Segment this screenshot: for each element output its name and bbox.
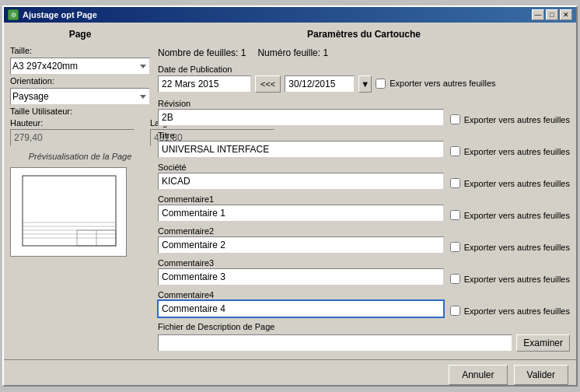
commentaire1-export-col: Exporter vers autres feuilles xyxy=(450,210,570,220)
commentaire3-export-label: Exporter vers autres feuilles xyxy=(464,275,570,284)
revision-export-label: Exporter vers autres feuilles xyxy=(464,115,570,124)
fichier-label: Fichier de Description de Page xyxy=(158,322,570,331)
commentaire2-row: Commentaire2 Exporter vers autres feuill… xyxy=(158,226,570,254)
commentaire4-label: Commentaire4 xyxy=(158,290,444,299)
orientation-group: Orientation: Paysage xyxy=(10,76,150,105)
date-input[interactable] xyxy=(158,75,251,93)
date-publication-group: Date de Publication <<< ▼ Exporter vers … xyxy=(158,65,570,94)
titre-row: Titre Exporter vers autres feuilles xyxy=(158,131,570,158)
titre-export-label: Exporter vers autres feuilles xyxy=(464,147,570,156)
societe-label: Société xyxy=(158,163,444,172)
titre-input[interactable] xyxy=(158,141,444,158)
date-input2[interactable] xyxy=(285,75,355,93)
commentaire2-col: Commentaire2 xyxy=(158,226,444,254)
date-export-label: Exporter vers autres feuilles xyxy=(390,79,495,88)
commentaire1-label: Commentaire1 xyxy=(158,194,444,204)
fichier-input[interactable] xyxy=(158,334,512,352)
commentaire4-export-label: Exporter vers autres feuilles xyxy=(464,306,570,316)
commentaire3-col: Commentaire3 xyxy=(158,258,444,285)
hauteur-group: Hauteur: xyxy=(10,118,135,146)
titlebar-left: ⚙ Ajustage opt Page xyxy=(8,9,97,20)
right-panel-header: Paramètres du Cartouche xyxy=(158,29,570,40)
societe-col: Société xyxy=(158,163,444,190)
revision-row: Révision Exporter vers autres feuilles xyxy=(158,99,570,126)
revision-input[interactable] xyxy=(158,109,444,126)
file-row: Examiner xyxy=(158,334,570,352)
window-icon: ⚙ xyxy=(8,9,19,20)
date-export-checkbox[interactable] xyxy=(376,79,386,89)
taille-select[interactable]: A3 297x420mm xyxy=(10,58,150,75)
commentaire3-export-checkbox[interactable] xyxy=(450,274,460,284)
commentaire4-export-col: Exporter vers autres feuilles xyxy=(450,306,570,316)
titre-export-checkbox[interactable] xyxy=(450,146,460,156)
preview-label: Prévisualisation de la Page xyxy=(10,152,150,161)
societe-export-label: Exporter vers autres feuilles xyxy=(464,179,570,188)
content-area: Page Taille: A3 297x420mm Orientation: P… xyxy=(4,23,576,359)
societe-export-checkbox[interactable] xyxy=(450,178,460,188)
societe-input[interactable] xyxy=(158,173,444,190)
orientation-label: Orientation: xyxy=(10,76,150,86)
commentaire3-label: Commentaire3 xyxy=(158,258,444,268)
revision-label: Révision xyxy=(158,99,444,108)
commentaire2-label: Commentaire2 xyxy=(158,226,444,236)
orientation-select[interactable]: Paysage xyxy=(10,88,150,105)
page-preview xyxy=(10,167,127,257)
date-dropdown-button[interactable]: ▼ xyxy=(358,75,372,93)
taille-utilisateur-group: Taille Utilisateur: Hauteur: Largeur: xyxy=(10,107,150,146)
commentaire1-row: Commentaire1 Exporter vers autres feuill… xyxy=(158,194,570,222)
commentaire1-export-label: Exporter vers autres feuilles xyxy=(464,211,570,220)
left-panel-header: Page xyxy=(10,29,150,40)
commentaire4-export-checkbox[interactable] xyxy=(450,306,460,316)
titlebar: ⚙ Ajustage opt Page — □ ✕ xyxy=(4,7,576,23)
taille-group: Taille: A3 297x420mm xyxy=(10,46,150,75)
window-title: Ajustage opt Page xyxy=(23,10,97,19)
titre-col: Titre xyxy=(158,131,444,158)
date-row: <<< ▼ Exporter vers autres feuilles xyxy=(158,75,570,93)
commentaire4-col: Commentaire4 xyxy=(158,290,444,317)
nombre-feuilles-label: Nombre de feuilles: 1 xyxy=(158,47,246,58)
societe-row: Société Exporter vers autres feuilles xyxy=(158,163,570,190)
hauteur-label: Hauteur: xyxy=(10,118,135,128)
commentaire4-input[interactable] xyxy=(158,300,444,317)
fichier-group: Fichier de Description de Page Examiner xyxy=(158,322,570,352)
nombre-feuilles-value: 1 xyxy=(241,47,246,58)
commentaire1-export-checkbox[interactable] xyxy=(450,210,460,220)
revision-export-checkbox[interactable] xyxy=(450,114,460,124)
commentaire2-export-col: Exporter vers autres feuilles xyxy=(450,242,570,252)
preview-svg xyxy=(11,168,127,257)
commentaire3-export-col: Exporter vers autres feuilles xyxy=(450,274,570,284)
numero-feuille-label: Numéro feuille: 1 xyxy=(257,47,328,58)
commentaire2-export-checkbox[interactable] xyxy=(450,242,460,252)
revision-export-col: Exporter vers autres feuilles xyxy=(450,114,570,124)
main-window: ⚙ Ajustage opt Page — □ ✕ Page Taille: A… xyxy=(2,5,578,387)
revision-col: Révision xyxy=(158,99,444,126)
close-button[interactable]: ✕ xyxy=(560,9,572,20)
societe-export-col: Exporter vers autres feuilles xyxy=(450,178,570,188)
commentaire3-input[interactable] xyxy=(158,268,444,285)
svg-rect-0 xyxy=(23,176,116,246)
hauteur-input[interactable] xyxy=(10,129,135,146)
titre-label: Titre xyxy=(158,131,444,140)
commentaire2-input[interactable] xyxy=(158,236,444,254)
numero-feuille-value: 1 xyxy=(323,47,328,58)
annuler-button[interactable]: Annuler xyxy=(449,365,507,385)
hauteur-largeur-row: Hauteur: Largeur: xyxy=(10,118,150,146)
commentaire1-input[interactable] xyxy=(158,205,444,222)
date-nav-button[interactable]: <<< xyxy=(255,75,281,93)
titre-export-col: Exporter vers autres feuilles xyxy=(450,146,570,156)
bottom-buttons-row: Annuler Valider xyxy=(4,359,576,390)
minimize-button[interactable]: — xyxy=(532,9,544,20)
date-export-col: Exporter vers autres feuilles xyxy=(376,79,495,89)
commentaire4-row: Commentaire4 Exporter vers autres feuill… xyxy=(158,290,570,317)
right-panel: Paramètres du Cartouche Nombre de feuill… xyxy=(158,29,570,353)
examiner-button[interactable]: Examiner xyxy=(516,334,570,352)
commentaire1-col: Commentaire1 xyxy=(158,194,444,222)
commentaire3-row: Commentaire3 Exporter vers autres feuill… xyxy=(158,258,570,285)
valider-button[interactable]: Valider xyxy=(514,365,568,385)
maximize-button[interactable]: □ xyxy=(546,9,558,20)
commentaire2-export-label: Exporter vers autres feuilles xyxy=(464,243,570,252)
date-publication-label: Date de Publication xyxy=(158,65,570,74)
taille-label: Taille: xyxy=(10,46,150,55)
titlebar-buttons: — □ ✕ xyxy=(532,9,572,20)
info-row: Nombre de feuilles: 1 Numéro feuille: 1 xyxy=(158,47,570,58)
